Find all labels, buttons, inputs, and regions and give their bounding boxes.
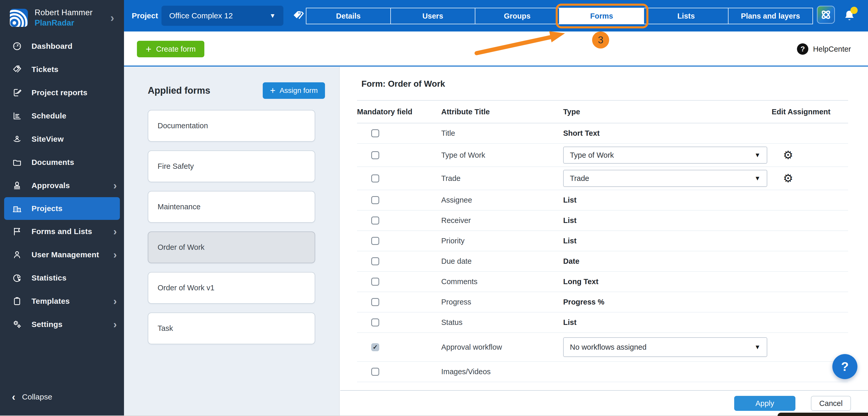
form-card-order-of-work[interactable]: Order of Work — [148, 232, 315, 263]
chevron-right-icon: › — [114, 249, 117, 260]
mandatory-checkbox[interactable]: ✓ — [371, 343, 379, 351]
building-icon — [12, 203, 22, 214]
tab-groups[interactable]: Groups — [475, 8, 560, 24]
clipboard-icon — [12, 296, 22, 306]
table-row-images-videos: Images/Videos — [357, 362, 848, 382]
mandatory-checkbox[interactable] — [371, 216, 379, 224]
mandatory-checkbox[interactable] — [371, 237, 379, 245]
project-tabs: Details Users Groups Forms Lists Plans a… — [306, 8, 813, 24]
tags-icon[interactable] — [291, 9, 305, 23]
form-footer: Apply Cancel — [340, 390, 868, 416]
table-row-progress: Progress Progress % — [357, 292, 848, 313]
attributes-table: Mandatory field Attribute Title Type Edi… — [357, 100, 848, 382]
table-row-assignee: Assignee List — [357, 190, 848, 211]
table-row-approval-workflow: ✓ Approval workflow No workflows assigne… — [357, 333, 848, 362]
sidebar-item-dashboard[interactable]: Dashboard — [0, 35, 124, 58]
app-switcher-icon[interactable] — [817, 6, 835, 24]
tab-forms[interactable]: Forms — [560, 8, 644, 24]
table-row-comments: Comments Long Text — [357, 272, 848, 292]
mandatory-checkbox[interactable] — [371, 318, 379, 326]
sidebar-item-schedule[interactable]: Schedule — [0, 104, 124, 128]
mandatory-checkbox[interactable] — [371, 151, 379, 159]
sidebar-item-projects[interactable]: Projects — [4, 197, 120, 220]
sidebar-item-user-management[interactable]: User Management › — [0, 243, 124, 266]
form-card-documentation[interactable]: Documentation — [148, 110, 315, 142]
sidebar-item-siteview[interactable]: SiteView — [0, 128, 124, 151]
sidebar-item-project-reports[interactable]: Project reports — [0, 81, 124, 104]
collapse-button[interactable]: ‹ Collapse — [0, 387, 64, 407]
table-row-priority: Priority List — [357, 231, 848, 251]
tab-plans-and-layers[interactable]: Plans and layers — [728, 8, 812, 24]
applied-forms-title: Applied forms — [148, 85, 210, 96]
question-icon: ? — [797, 43, 808, 55]
form-card-maintenance[interactable]: Maintenance — [148, 191, 315, 223]
chevron-right-icon: › — [114, 319, 117, 330]
mandatory-checkbox[interactable] — [371, 174, 379, 182]
notification-dot — [850, 7, 858, 14]
company-name: PlanRadar — [35, 18, 103, 28]
mandatory-checkbox[interactable] — [371, 368, 379, 376]
annotation-step-badge: 3 — [592, 32, 609, 48]
cancel-button[interactable]: Cancel — [811, 396, 851, 411]
mandatory-checkbox[interactable] — [371, 196, 379, 204]
window-corner-shadow — [778, 413, 868, 416]
mandatory-checkbox[interactable] — [371, 129, 379, 137]
report-icon — [12, 88, 22, 98]
type-of-work-select[interactable]: Type of Work ▼ — [563, 147, 767, 164]
caret-down-icon: ▼ — [270, 12, 276, 20]
chevron-right-icon: › — [114, 180, 117, 191]
applied-forms-panel: Applied forms + Assign form Documentatio… — [124, 67, 340, 416]
stamp-icon — [12, 180, 22, 191]
sidebar-item-tickets[interactable]: Tickets — [0, 58, 124, 81]
sidebar-item-documents[interactable]: Documents — [0, 151, 124, 174]
trade-select[interactable]: Trade ▼ — [563, 170, 767, 187]
sidebar-item-settings[interactable]: Settings › — [0, 313, 124, 336]
account-switcher[interactable]: Robert Hammer PlanRadar › — [0, 0, 124, 35]
notifications-bell-icon[interactable] — [842, 9, 857, 23]
question-icon: ? — [841, 359, 848, 374]
mandatory-checkbox[interactable] — [371, 298, 379, 306]
user-icon — [12, 249, 22, 260]
sidebar: Robert Hammer PlanRadar › Dashboard Tick… — [0, 0, 124, 416]
form-card-task[interactable]: Task — [148, 313, 315, 344]
form-card-fire-safety[interactable]: Fire Safety — [148, 150, 315, 182]
plus-icon: + — [270, 86, 275, 95]
top-bar: Project Office Complex 12 ▼ Details User… — [124, 0, 868, 32]
assign-form-button[interactable]: + Assign form — [263, 82, 325, 99]
tab-lists[interactable]: Lists — [644, 8, 728, 24]
chevron-right-icon: › — [114, 296, 117, 306]
form-detail: Form: Order of Work Mandatory field Attr… — [340, 67, 868, 416]
caret-down-icon: ▼ — [754, 151, 761, 159]
gear-icon[interactable]: ⚙ — [783, 173, 793, 184]
siteview-icon — [12, 134, 22, 144]
planradar-logo-icon — [10, 9, 28, 27]
forms-toolbar: + Create form ? HelpCenter — [124, 32, 868, 67]
sidebar-item-forms-and-lists[interactable]: Forms and Lists › — [0, 220, 124, 243]
sidebar-menu: Dashboard Tickets Project reports Schedu… — [0, 35, 124, 336]
mandatory-checkbox[interactable] — [371, 278, 379, 286]
chevron-right-icon[interactable]: › — [110, 12, 117, 24]
table-row-title: Title Short Text — [357, 124, 848, 144]
create-form-button[interactable]: + Create form — [137, 41, 204, 57]
sidebar-item-statistics[interactable]: Statistics — [0, 266, 124, 289]
tickets-icon — [12, 64, 22, 75]
help-float-button[interactable]: ? — [832, 354, 858, 379]
caret-down-icon: ▼ — [754, 344, 761, 351]
applied-forms-list: Documentation Fire Safety Maintenance Or… — [148, 110, 315, 344]
plus-icon: + — [146, 44, 151, 54]
tab-users[interactable]: Users — [391, 8, 475, 24]
helpcenter-link[interactable]: ? HelpCenter — [797, 42, 851, 56]
sidebar-item-approvals[interactable]: Approvals › — [0, 174, 124, 197]
schedule-icon — [12, 111, 22, 121]
form-card-order-of-work-v1[interactable]: Order of Work v1 — [148, 272, 315, 304]
approval-workflow-select[interactable]: No workflows assigned ▼ — [563, 337, 767, 357]
apply-button[interactable]: Apply — [734, 396, 796, 411]
table-row-type-of-work: Type of Work Type of Work ▼ ⚙ — [357, 144, 848, 167]
table-header-row: Mandatory field Attribute Title Type Edi… — [357, 100, 848, 124]
form-detail-title: Form: Order of Work — [362, 79, 445, 89]
mandatory-checkbox[interactable] — [371, 257, 379, 265]
sidebar-item-templates[interactable]: Templates › — [0, 289, 124, 313]
gear-icon[interactable]: ⚙ — [783, 149, 793, 161]
tab-details[interactable]: Details — [306, 8, 391, 24]
project-selector[interactable]: Office Complex 12 ▼ — [161, 6, 283, 26]
